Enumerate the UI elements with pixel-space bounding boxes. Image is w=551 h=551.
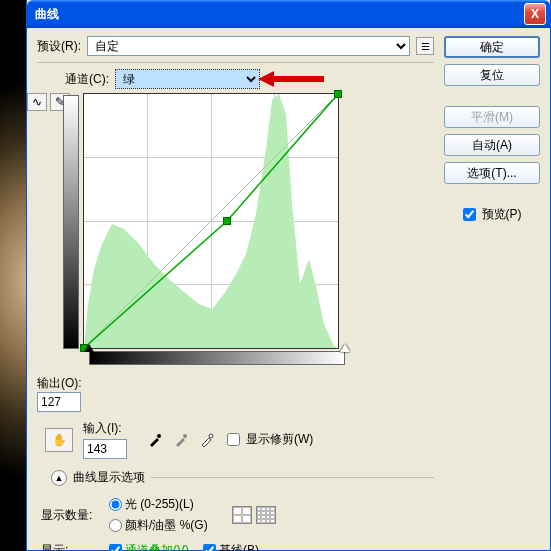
curves-dialog: 曲线 X 预设(R): 自定 ☰ 通道(C): 绿 <box>26 0 551 551</box>
titlebar[interactable]: 曲线 X <box>27 0 550 28</box>
ok-button[interactable]: 确定 <box>444 36 540 58</box>
curve-point-end[interactable] <box>334 90 342 98</box>
output-field[interactable] <box>37 392 81 412</box>
display-amount-label: 显示数量: <box>41 507 109 524</box>
svg-marker-1 <box>84 94 338 348</box>
light-radio[interactable]: 光 (0-255)(L) <box>109 496 208 513</box>
svg-marker-0 <box>258 71 324 87</box>
grid-coarse-icon[interactable] <box>232 506 252 524</box>
collapse-button[interactable]: ▲ <box>51 470 67 486</box>
overlay-checkbox[interactable]: 通道叠加(V) <box>109 542 189 551</box>
output-gradient <box>63 95 79 349</box>
channel-select[interactable]: 绿 <box>115 69 260 89</box>
reset-button[interactable]: 复位 <box>444 64 540 86</box>
gray-eyedropper-icon[interactable] <box>171 430 191 450</box>
preview-checkbox[interactable]: 预览(P) <box>444 206 540 223</box>
pigment-radio[interactable]: 颜料/油墨 %(G) <box>109 517 208 534</box>
grid-fine-icon[interactable] <box>256 506 276 524</box>
preset-label: 预设(R): <box>37 38 81 55</box>
annotation-arrow <box>266 71 326 87</box>
preset-select[interactable]: 自定 <box>87 36 410 56</box>
window-title: 曲线 <box>35 6 524 23</box>
output-label: 输出(O): <box>37 376 82 390</box>
white-point-slider[interactable] <box>340 344 350 352</box>
show-clipping-checkbox[interactable]: 显示修剪(W) <box>227 431 313 448</box>
black-point-slider[interactable] <box>84 344 94 352</box>
channel-label: 通道(C): <box>65 71 109 88</box>
svg-point-4 <box>183 434 187 438</box>
display-label: 显示: <box>41 542 109 551</box>
input-field[interactable] <box>83 439 127 459</box>
close-button[interactable]: X <box>524 3 546 25</box>
white-eyedropper-icon[interactable] <box>197 430 217 450</box>
input-gradient <box>89 351 345 365</box>
hand-tool-icon[interactable]: ✋ <box>45 428 73 452</box>
options-button[interactable]: 选项(T)... <box>444 162 540 184</box>
svg-point-5 <box>209 434 213 438</box>
baseline-checkbox[interactable]: 基线(B) <box>203 542 259 551</box>
auto-button[interactable]: 自动(A) <box>444 134 540 156</box>
curve-point-mid[interactable] <box>223 217 231 225</box>
preset-menu-icon[interactable]: ☰ <box>416 37 434 55</box>
smooth-button: 平滑(M) <box>444 106 540 128</box>
display-options-label: 曲线显示选项 <box>73 469 145 486</box>
curve-graph[interactable] <box>83 93 339 349</box>
input-label: 输入(I): <box>83 420 127 437</box>
svg-point-3 <box>157 434 161 438</box>
black-eyedropper-icon[interactable] <box>145 430 165 450</box>
histogram <box>84 94 338 348</box>
curve-tool-icon[interactable]: ∿ <box>27 93 47 111</box>
